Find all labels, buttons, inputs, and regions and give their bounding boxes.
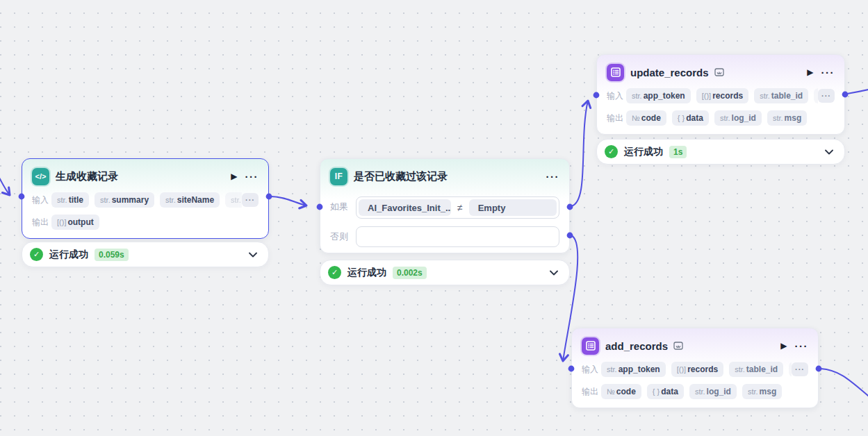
- node-menu-button[interactable]: ···: [245, 171, 259, 183]
- if-branch-row: 如果 AI_Favorites_Init_... ≠ Empty: [330, 196, 559, 219]
- chevron-down-icon[interactable]: [825, 149, 833, 155]
- param-pill: str.: [814, 88, 818, 103]
- success-check-icon: ✓: [605, 145, 618, 158]
- param-name: table_id: [771, 91, 803, 101]
- condition-box[interactable]: AI_Favorites_Init_... ≠ Empty: [356, 196, 559, 219]
- param-pill: { }data: [647, 384, 684, 399]
- if-label: 如果: [330, 196, 350, 217]
- param-name: records: [687, 364, 718, 374]
- param-type-prefix: [()]: [702, 92, 711, 100]
- node-menu-button[interactable]: ···: [795, 340, 809, 352]
- param-type-prefix: str.: [165, 196, 176, 204]
- node-menu-button[interactable]: ···: [821, 67, 835, 78]
- node-header: </> 生成收藏记录 ▶ ···: [32, 167, 259, 185]
- node-title: 生成收藏记录: [56, 170, 118, 183]
- output-label: 输出: [582, 386, 601, 398]
- edge-incoming-to-generate[interactable]: [0, 147, 10, 195]
- status-text: 运行成功: [347, 267, 386, 279]
- more-params-button[interactable]: ···: [818, 89, 835, 103]
- param-name: app_token: [619, 364, 660, 374]
- output-pills: [()]output: [51, 215, 259, 230]
- param-pill: str.app_token: [601, 362, 666, 377]
- else-label: 否则: [330, 226, 350, 247]
- param-name: msg: [760, 387, 777, 396]
- run-button[interactable]: ▶: [779, 341, 788, 351]
- table-icon: [607, 64, 624, 81]
- param-type-prefix: { }: [653, 387, 660, 396]
- param-name: code: [641, 113, 661, 123]
- condition-left-value[interactable]: AI_Favorites_Init_...: [359, 199, 451, 216]
- edge-add-outgoing[interactable]: [821, 369, 868, 399]
- output-pills: №code{ }datastr.log_idstr.msg: [601, 384, 808, 399]
- run-button[interactable]: ▶: [229, 171, 238, 181]
- status-bar-condition[interactable]: ✓ 运行成功 0.002s: [320, 260, 570, 285]
- param-name: data: [661, 387, 678, 396]
- node-menu-button[interactable]: ···: [546, 171, 560, 183]
- param-pill: str.msg: [742, 384, 782, 399]
- output-row: 输出 №code{ }datastr.log_idstr.msg: [607, 110, 835, 126]
- param-name: log_id: [707, 387, 731, 396]
- param-pill: [()]output: [51, 215, 99, 230]
- status-bar-update[interactable]: ✓ 运行成功 1s: [596, 139, 845, 165]
- input-label: 输入: [32, 194, 51, 206]
- param-pill: str.link: [225, 192, 242, 208]
- plugin-badge-icon: [673, 340, 684, 351]
- node-header: update_records ▶ ···: [607, 63, 835, 81]
- param-pill: str.summary: [95, 192, 154, 208]
- param-type-prefix: str.: [607, 365, 617, 374]
- plugin-badge-icon: [714, 67, 725, 78]
- param-type-prefix: №: [632, 114, 640, 122]
- param-pill: str.table_id: [729, 362, 783, 377]
- status-text: 运行成功: [49, 249, 88, 261]
- param-name: output: [67, 217, 93, 227]
- param-name: summary: [112, 195, 149, 205]
- more-params-button[interactable]: ···: [792, 362, 808, 376]
- param-pill: str.app_token: [626, 88, 691, 103]
- run-button[interactable]: ▶: [805, 67, 814, 77]
- param-name: title: [69, 195, 83, 205]
- param-name: log_id: [732, 113, 756, 123]
- param-type-prefix: str.: [773, 114, 783, 122]
- param-pill: { }data: [672, 110, 709, 126]
- else-box[interactable]: [356, 226, 559, 247]
- output-label: 输出: [32, 217, 51, 228]
- input-row: 输入 str.app_token[()]recordsstr.table_ids…: [582, 362, 808, 377]
- param-type-prefix: str.: [735, 365, 745, 374]
- input-pills: str.app_token[()]recordsstr.table_idstr.: [626, 88, 818, 103]
- output-row: 输出 №code{ }datastr.log_idstr.msg: [582, 384, 808, 399]
- node-condition[interactable]: IF 是否已收藏过该记录 ··· 如果 AI_Favorites_Init_..…: [320, 158, 570, 253]
- param-type-prefix: [()]: [677, 365, 686, 374]
- param-pill: [()]records: [671, 362, 723, 377]
- edge-condition-true-to-update[interactable]: [571, 101, 588, 206]
- param-name: siteName: [177, 195, 214, 205]
- param-type-prefix: str.: [231, 196, 241, 204]
- node-generate-favorite-record[interactable]: </> 生成收藏记录 ▶ ··· 输入 str.titlestr.summary…: [22, 158, 269, 239]
- output-row: 输出 [()]output: [32, 215, 259, 230]
- param-name: data: [686, 113, 703, 123]
- param-name: app_token: [644, 91, 685, 101]
- table-icon: [582, 337, 599, 355]
- condition-right-value[interactable]: Empty: [469, 199, 557, 216]
- edge-generate-to-condition[interactable]: [271, 196, 306, 206]
- status-bar-generate[interactable]: ✓ 运行成功 0.059s: [22, 242, 269, 267]
- duration-badge: 1s: [669, 146, 687, 158]
- node-add-records[interactable]: add_records ▶ ··· 输入 str.app_token[()]re…: [571, 328, 819, 408]
- if-icon: IF: [330, 168, 347, 185]
- param-type-prefix: [()]: [57, 218, 66, 226]
- chevron-down-icon[interactable]: [550, 270, 558, 276]
- edge-update-outgoing[interactable]: [847, 89, 868, 94]
- output-pills: №code{ }datastr.log_idstr.msg: [626, 110, 835, 126]
- param-pill: str.log_id: [689, 384, 737, 399]
- param-type-prefix: №: [607, 387, 615, 396]
- param-pill: str.siteName: [160, 192, 220, 208]
- node-header: add_records ▶ ···: [582, 337, 808, 355]
- node-update-records[interactable]: update_records ▶ ··· 输入 str.app_token[()…: [596, 54, 845, 135]
- code-icon: </>: [32, 168, 49, 185]
- param-type-prefix: str.: [748, 387, 758, 396]
- chevron-down-icon[interactable]: [249, 252, 257, 258]
- param-type-prefix: str.: [57, 196, 67, 204]
- param-type-prefix: str.: [760, 92, 770, 100]
- input-pills: str.app_token[()]recordsstr.table_idstr.: [601, 362, 792, 377]
- more-params-button[interactable]: ···: [242, 193, 259, 207]
- param-pill: str.title: [51, 192, 89, 208]
